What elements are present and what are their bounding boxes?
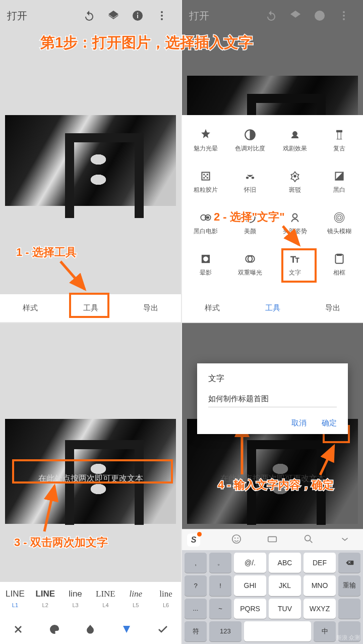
noir-icon: [199, 211, 212, 224]
vintage-icon: [333, 128, 346, 141]
svg-point-39: [234, 538, 235, 539]
tool-label: 怀旧: [244, 186, 256, 194]
key-ellipsis[interactable]: ...: [185, 599, 207, 619]
info-icon[interactable]: [130, 8, 146, 24]
style-L4[interactable]: LINEL4: [90, 582, 120, 615]
tool-bw[interactable]: 黑白: [318, 162, 361, 202]
tool-portrait[interactable]: 美颜: [228, 203, 272, 243]
svg-point-28: [336, 214, 342, 221]
open-label[interactable]: 打开: [7, 9, 27, 23]
svg-rect-41: [268, 536, 277, 542]
undo-icon[interactable]: [81, 8, 97, 24]
undo-icon[interactable]: [263, 8, 279, 24]
style-preview: LINE: [6, 589, 25, 599]
key-reinput[interactable]: 重输: [338, 575, 360, 596]
layers-icon[interactable]: [105, 8, 122, 24]
text-styles-row: LINEL1LINEL2lineL3LINEL4lineL5lineL6: [0, 582, 181, 615]
svg-point-22: [207, 216, 209, 218]
tool-drama[interactable]: 戏剧效果: [273, 120, 317, 160]
tool-frames[interactable]: 相框: [318, 244, 361, 285]
tool-label: 粗粒胶片: [194, 186, 218, 194]
svg-point-15: [204, 177, 205, 178]
tab-export[interactable]: 导出: [120, 303, 181, 313]
headpose-icon: [288, 211, 301, 224]
key-pqrs[interactable]: PQRS: [234, 599, 266, 619]
tool-retrolux[interactable]: 怀旧: [228, 162, 272, 202]
svg-point-11: [292, 131, 297, 136]
text-style-icon[interactable]: [119, 622, 134, 636]
svg-point-40: [237, 538, 238, 539]
tool-label: 美颜: [244, 227, 256, 236]
key-at[interactable]: @/.: [234, 553, 266, 573]
style-id: L6: [163, 602, 169, 608]
key-lang[interactable]: 中: [314, 621, 336, 641]
key-abc[interactable]: ABC: [269, 553, 301, 573]
key-comma[interactable]: ,: [185, 553, 207, 573]
tool-label: 相框: [333, 269, 345, 277]
svg-point-18: [293, 175, 295, 177]
key-def[interactable]: DEF: [304, 553, 336, 573]
confirm-button[interactable]: 确定: [322, 418, 337, 428]
opacity-icon[interactable]: [83, 622, 97, 636]
tool-grainy[interactable]: 粗粒胶片: [184, 162, 227, 202]
collapse-icon[interactable]: [327, 533, 363, 547]
tool-noir[interactable]: 黑白电影: [184, 203, 227, 243]
keyboard-icon[interactable]: [255, 533, 291, 547]
key-tuv[interactable]: TUV: [269, 599, 301, 619]
key-tilde[interactable]: ~: [209, 599, 231, 619]
key-placeholder[interactable]: [338, 599, 360, 619]
style-L1[interactable]: LINEL1: [0, 582, 30, 615]
tool-label: 镜头模糊: [327, 227, 351, 236]
layers-icon[interactable]: [287, 8, 304, 24]
key-mno[interactable]: MNO: [304, 575, 336, 596]
style-L3[interactable]: lineL3: [60, 582, 91, 615]
style-L6[interactable]: lineL6: [151, 582, 181, 615]
ime-logo[interactable]: S: [182, 533, 218, 547]
tool-grunge[interactable]: 斑驳: [273, 162, 317, 202]
svg-point-16: [207, 177, 208, 178]
style-preview: line: [129, 589, 142, 599]
tonal-icon: [244, 128, 257, 141]
key-jkl[interactable]: JKL: [269, 575, 301, 596]
search-icon[interactable]: [290, 533, 327, 547]
tool-lensblur[interactable]: 镜头模糊: [318, 203, 361, 243]
key-123[interactable]: 123: [209, 621, 241, 641]
more-icon[interactable]: [154, 8, 170, 24]
top-bar: 打开: [0, 0, 181, 31]
info-icon[interactable]: [312, 8, 328, 24]
lensblur-icon: [333, 211, 346, 224]
tab-style[interactable]: 样式: [0, 303, 60, 313]
key-exclaim[interactable]: !: [209, 575, 231, 596]
tab-export[interactable]: 导出: [302, 303, 363, 313]
open-label[interactable]: 打开: [189, 9, 209, 23]
key-period[interactable]: 。: [209, 553, 231, 573]
edit-toolbar: [0, 615, 181, 644]
style-id: L1: [12, 602, 18, 608]
svg-point-5: [161, 18, 163, 20]
key-ghi[interactable]: GHI: [234, 575, 266, 596]
confirm-icon[interactable]: [156, 622, 170, 636]
palette-icon[interactable]: [47, 622, 62, 636]
key-symbol[interactable]: 符: [185, 621, 207, 641]
dialog-input[interactable]: 如何制作标题首图: [208, 394, 337, 407]
key-wxyz[interactable]: WXYZ: [304, 599, 336, 619]
retrolux-icon: [244, 170, 257, 183]
close-icon[interactable]: [11, 622, 25, 636]
tool-tonal[interactable]: 色调对比度: [228, 120, 272, 160]
key-space[interactable]: [244, 621, 311, 641]
more-icon[interactable]: [336, 8, 352, 24]
key-backspace[interactable]: [338, 553, 360, 573]
svg-point-24: [248, 216, 249, 217]
key-question[interactable]: ?: [185, 575, 207, 596]
emoji-icon[interactable]: [218, 533, 255, 547]
image-canvas[interactable]: [5, 115, 176, 206]
tool-dblexp[interactable]: 双重曝光: [228, 244, 272, 285]
tool-vignette[interactable]: 晕影: [184, 244, 227, 285]
cancel-button[interactable]: 取消: [291, 418, 307, 428]
tool-vintage[interactable]: 复古: [318, 120, 361, 160]
style-L2[interactable]: LINEL2: [30, 582, 60, 615]
tab-style[interactable]: 样式: [182, 303, 243, 313]
style-L5[interactable]: lineL5: [120, 582, 151, 615]
tab-tools[interactable]: 工具: [243, 303, 303, 313]
tool-glamour[interactable]: 魅力光晕: [184, 120, 227, 160]
